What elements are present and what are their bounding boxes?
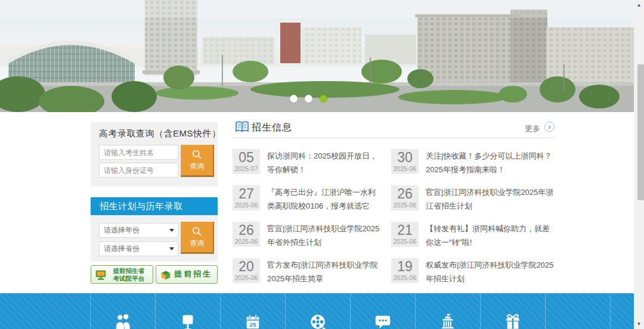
more-arrow-icon[interactable]: › <box>544 122 555 132</box>
footer-link-cell[interactable] <box>286 293 351 329</box>
year-select-value: 请选择年份 <box>104 226 140 234</box>
chevron-down-icon <box>169 247 174 250</box>
plan-panel-title: 招生计划与历年录取 <box>91 197 218 215</box>
news-day: 30 <box>391 150 419 164</box>
news-item-title[interactable]: 『高考已出分』江浙沪唯一水利类高职院校0106，报考就选它 <box>267 185 382 213</box>
news-day: 20 <box>233 259 260 274</box>
news-item-title[interactable]: 【转发有礼】浙同科喊你助力，就差你这一“转”啦! <box>426 222 555 249</box>
message-icon <box>374 313 392 329</box>
news-section-title: 招生信息 <box>252 122 292 134</box>
news-item-title[interactable]: 官宣|浙江同济科技职业学院2025年浙江省招生计划 <box>426 185 555 213</box>
news-date-block: 302025-06 <box>391 149 419 174</box>
news-date-block: 212025-06 <box>391 222 419 247</box>
carousel-dot[interactable] <box>290 95 298 103</box>
news-month: 2025-06 <box>391 164 419 173</box>
footer-link-cell[interactable] <box>416 293 481 329</box>
carousel-dot[interactable] <box>305 95 312 103</box>
news-item-title[interactable]: 官方发布|浙江同济科技职业学院2025年招生简章 <box>267 258 382 285</box>
news-day: 26 <box>391 187 419 201</box>
news-item-title[interactable]: 官宣|浙江同济科技职业学院2025年省外招生计划 <box>267 222 382 249</box>
news-month: 2025-06 <box>391 201 419 209</box>
chevron-down-icon <box>169 229 174 232</box>
scroll-up-button[interactable]: ▲ <box>634 0 644 10</box>
news-date-block: 192025-06 <box>391 258 419 283</box>
year-select[interactable]: 请选择年份 <box>99 223 178 238</box>
news-month: 2025-06 <box>391 237 419 246</box>
news-item[interactable]: 262025-06官宣|浙江同济科技职业学院2025年浙江省招生计划 <box>391 185 555 213</box>
news-day: 19 <box>391 259 419 274</box>
admission-lookup-panel: 高考录取查询（含EMS快件） 查询 <box>91 122 218 187</box>
province-select[interactable]: 请选择省份 <box>99 241 178 256</box>
footer-cells: 25 <box>90 293 611 329</box>
gift-icon <box>504 313 522 329</box>
footer-link-cell[interactable]: 25 <box>221 293 286 329</box>
news-item-title[interactable]: 权威发布|浙江同济科技职业学院2025年招生计划 <box>426 258 555 285</box>
news-item-title[interactable]: 关注|快收藏！多少分可以上浙同科？2025年报考指南来啦！ <box>426 149 555 176</box>
news-divider <box>233 138 555 138</box>
people-icon <box>114 313 132 329</box>
quick-links-footer: 25 <box>0 293 634 329</box>
news-date-block: 202025-06 <box>233 258 260 283</box>
search-icon <box>191 148 203 160</box>
news-date-block: 272025-06 <box>233 185 260 210</box>
computer-icon <box>94 268 107 281</box>
news-day: 21 <box>391 223 419 237</box>
carousel-dot[interactable] <box>320 95 327 103</box>
news-month: 2025-06 <box>233 237 260 246</box>
news-item[interactable]: 272025-06『高考已出分』江浙沪唯一水利类高职院校0106，报考就选它 <box>233 185 382 213</box>
carousel-dots <box>290 95 327 103</box>
news-item[interactable]: 212025-06【转发有礼】浙同科喊你助力，就差你这一“转”啦! <box>391 222 555 249</box>
badge-label: 提前招生 <box>172 270 215 279</box>
news-day: 05 <box>233 150 260 164</box>
provincial-exam-platform-badge[interactable]: 提前招生省考试院平台 <box>91 265 153 284</box>
film-reel-icon <box>309 313 327 329</box>
news-item[interactable]: 262025-06官宣|浙江同济科技职业学院2025年省外招生计划 <box>233 222 382 249</box>
box-icon <box>159 268 172 281</box>
scroll-down-button[interactable]: ▼ <box>634 319 644 329</box>
footer-link-cell[interactable] <box>91 293 156 329</box>
news-item[interactable]: 302025-06关注|快收藏！多少分可以上浙同科？2025年报考指南来啦！ <box>391 149 555 176</box>
early-admission-badge[interactable]: 提前招生 <box>156 265 218 284</box>
news-item-title[interactable]: 探访浙同科：2025校园开放日，等你解锁！ <box>267 149 382 176</box>
vertical-scrollbar[interactable]: ▲ ▼ <box>634 0 644 329</box>
news-day: 26 <box>233 223 260 237</box>
more-link[interactable]: 更多 <box>525 123 540 134</box>
news-date-block: 262025-06 <box>391 185 419 210</box>
lookup-panel-title: 高考录取查询（含EMS快件） <box>99 128 221 139</box>
id-number-input[interactable] <box>99 163 178 178</box>
badge-links: 提前招生省考试院平台 提前招生 <box>91 265 218 284</box>
news-date-block: 262025-06 <box>233 222 260 247</box>
news-month: 2025-06 <box>233 274 260 282</box>
footer-link-cell[interactable] <box>351 293 416 329</box>
news-month: 2025-06 <box>391 274 419 282</box>
lookup-search-label: 查询 <box>190 162 204 172</box>
news-list: 052025-07探访浙同科：2025校园开放日，等你解锁！302025-06关… <box>233 149 555 285</box>
plan-panel: 请选择年份 请选择省份 查询 <box>91 215 218 262</box>
news-day: 27 <box>233 187 260 201</box>
svg-text:25: 25 <box>250 321 256 328</box>
footer-link-cell[interactable] <box>546 293 611 329</box>
search-icon <box>191 225 203 237</box>
plan-search-label: 查询 <box>190 238 204 249</box>
news-item[interactable]: 192025-06权威发布|浙江同济科技职业学院2025年招生计划 <box>391 258 555 285</box>
signboard-icon <box>179 313 197 329</box>
news-item[interactable]: 202025-06官方发布|浙江同济科技职业学院2025年招生简章 <box>233 258 382 285</box>
plan-search-button[interactable]: 查询 <box>181 222 214 254</box>
calendar-icon: 25 <box>244 313 262 329</box>
footer-link-cell[interactable] <box>481 293 546 329</box>
page: 高考录取查询（含EMS快件） 查询 招生计划与历年录取 请选择年份 请选择省份 … <box>0 0 644 329</box>
campus-photo-banner <box>0 0 634 112</box>
lookup-search-button[interactable]: 查询 <box>181 145 214 177</box>
scrollbar-thumb[interactable] <box>637 64 644 200</box>
footer-link-cell[interactable] <box>156 293 221 329</box>
news-month: 2025-06 <box>233 201 260 209</box>
government-building-icon <box>439 313 457 329</box>
province-select-value: 请选择省份 <box>104 244 140 253</box>
candidate-name-input[interactable] <box>99 145 178 160</box>
badge-label: 提前招生省考试院平台 <box>107 267 150 281</box>
news-header: 招生信息 更多 › <box>233 120 555 136</box>
book-icon <box>235 121 249 133</box>
news-month: 2025-07 <box>233 164 260 173</box>
news-date-block: 052025-07 <box>233 149 260 174</box>
news-item[interactable]: 052025-07探访浙同科：2025校园开放日，等你解锁！ <box>233 149 382 176</box>
